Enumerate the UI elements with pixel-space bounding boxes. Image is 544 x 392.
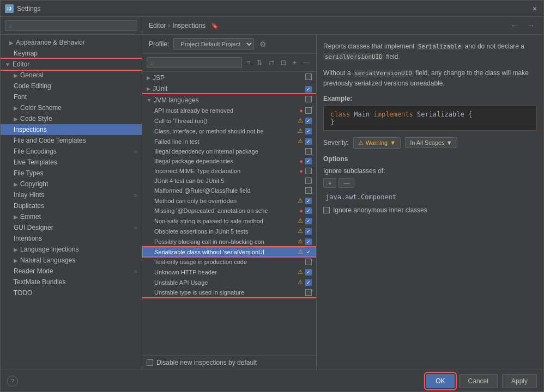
checkbox-icon[interactable] (305, 148, 312, 155)
inspection-panel: Profile: Project Default Project ⚙ ≡ ⇅ ⇄… (142, 35, 317, 370)
desc-code-field2: serialVersionUID (353, 70, 414, 77)
gear-button[interactable]: ⚙ (258, 39, 268, 50)
checkbox-icon[interactable]: ✓ (305, 118, 312, 124)
insp-item-nonsafestring[interactable]: Non-safe string is passed to safe method… (142, 216, 316, 226)
group-checkbox[interactable] (305, 96, 312, 104)
insp-group-header-jvmlanguages[interactable]: ▼ JVM languages (142, 94, 316, 106)
checkbox-icon[interactable]: ✓ (305, 128, 312, 134)
checkbox-icon[interactable]: ✓ (305, 218, 312, 224)
sidebar-item-livetemplates[interactable]: Live Templates (1, 157, 142, 168)
ignore-anon-checkbox[interactable] (323, 207, 330, 213)
nav-back-button[interactable]: ← (509, 20, 521, 31)
item-name: Illegal dependency on internal package (154, 148, 303, 155)
insp-item-missingdeprecated[interactable]: Missing '@Deprecated' annotation on sche… (142, 206, 316, 216)
insp-item-apimustberemoved[interactable]: API must already be removed ● (142, 106, 316, 115)
insp-item-malformedrule[interactable]: Malformed @Rule/@ClassRule field (142, 186, 316, 195)
sidebar-item-duplicates[interactable]: Duplicates (1, 200, 142, 211)
apply-button[interactable]: Apply (502, 374, 537, 388)
item-name: Malformed @Rule/@ClassRule field (154, 187, 303, 194)
options-title: Options (323, 155, 537, 163)
checkbox-icon[interactable]: ✓ (305, 158, 312, 164)
sidebar-item-intentions[interactable]: Intentions (1, 233, 142, 244)
insp-item-classshouldnotbe[interactable]: Class, interface, or method should not b… (142, 126, 316, 136)
insp-item-testonlyusage[interactable]: Test-only usage in production code (142, 257, 316, 267)
sidebar-item-keymap[interactable]: Keymap (1, 48, 142, 59)
sidebar-item-fileencodings[interactable]: File Encodings ≡ (1, 146, 142, 157)
insp-item-unknownhttp[interactable]: Unknown HTTP header ⚠ ✓ (142, 267, 316, 277)
checkbox-icon[interactable]: ✓ (305, 238, 312, 245)
sidebar-item-colorscheme[interactable]: ▶ Color Scheme (1, 102, 142, 113)
insp-item-illegaldependency[interactable]: Illegal dependency on internal package (142, 146, 316, 156)
sidebar-item-codeediting[interactable]: Code Editing (1, 81, 142, 91)
scope-select[interactable]: In All Scopes ▼ (405, 137, 457, 148)
warning-icon: ● (299, 107, 303, 114)
group-checkbox[interactable] (305, 74, 312, 82)
checkbox-icon[interactable] (305, 259, 312, 265)
item-name: Obsolete assertions in JUnit 5 tests (154, 228, 295, 235)
group-checkbox[interactable]: ✓ (305, 85, 312, 93)
checkbox-icon[interactable] (305, 289, 312, 296)
cancel-button[interactable]: Cancel (459, 374, 498, 388)
insp-item-methodcanonly[interactable]: Method can only be overridden ⚠ ✓ (142, 195, 316, 206)
insp-item-junit4to5[interactable]: JUnit 4 test can be JUnit 5 (142, 176, 316, 186)
filter-button[interactable]: ≡ (244, 58, 252, 68)
insp-item-calltothread[interactable]: Call to 'Thread.run()' ⚠ ✓ (142, 115, 316, 126)
insp-item-serializableclass[interactable]: Serializable class without 'serialVersio… (142, 247, 316, 257)
checkbox-icon[interactable] (305, 187, 312, 194)
sidebar-item-copyright[interactable]: ▶ Copyright (1, 179, 142, 189)
sidebar-item-langinjections[interactable]: ▶ Language Injections (1, 244, 142, 255)
insp-item-unstabletype[interactable]: Unstable type is used in signature (142, 287, 316, 297)
sidebar-item-readermode[interactable]: Reader Mode ≡ (1, 266, 142, 277)
add-button[interactable]: + (291, 58, 299, 68)
insp-item-obsolete[interactable]: Obsolete assertions in JUnit 5 tests ⚠ ✓ (142, 226, 316, 236)
insp-item-incorrectmime[interactable]: Incorrect MIME Type declaration ● (142, 166, 316, 176)
inspection-search-input[interactable] (147, 57, 242, 68)
insp-item-possiblyblocking[interactable]: Possibly blocking call in non-blocking c… (142, 236, 316, 247)
ok-button[interactable]: OK (426, 374, 454, 388)
sidebar-item-general[interactable]: ▶ General (1, 70, 142, 81)
insp-group-header-jsp[interactable]: ▶ JSP (142, 72, 316, 83)
sidebar-item-guidesigner[interactable]: GUI Designer ≡ (1, 222, 142, 233)
sidebar-item-emmet[interactable]: ▶ Emmet (1, 211, 142, 222)
insp-item-illegalpackage[interactable]: Illegal package dependencies ● ✓ (142, 156, 316, 166)
expand-button[interactable]: ⇅ (255, 58, 264, 68)
insp-item-failedline[interactable]: Failed line in test ⚠ ✓ (142, 136, 316, 146)
sidebar-item-filecodetemplates[interactable]: File and Code Templates (1, 135, 142, 146)
checkbox-icon[interactable] (305, 168, 312, 174)
checkbox-icon[interactable]: ✓ (305, 249, 312, 255)
checkbox-icon[interactable]: ✓ (305, 198, 312, 204)
insp-item-unstableapi[interactable]: Unstable API Usage ⚠ ✓ (142, 277, 316, 287)
insp-group-header-junit[interactable]: ▶ JUnit ✓ (142, 83, 316, 94)
checkbox-icon[interactable]: ✓ (305, 269, 312, 275)
sidebar-item-font[interactable]: Font (1, 91, 142, 102)
sidebar-item-editor[interactable]: ▼ Editor (1, 59, 142, 70)
sidebar-item-todo[interactable]: TODO (1, 287, 142, 298)
checkbox-icon[interactable]: ✓ (305, 228, 312, 235)
sidebar-item-naturallang[interactable]: ▶ Natural Languages (1, 255, 142, 266)
sidebar-item-inspections[interactable]: Inspections ≡ (1, 124, 142, 135)
close-button[interactable]: × (530, 4, 539, 13)
collapse-button[interactable]: ⇄ (267, 58, 276, 68)
add-subclass-button[interactable]: + (323, 178, 336, 188)
sidebar-search-input[interactable] (5, 20, 137, 31)
checkbox-icon[interactable]: ✓ (305, 138, 312, 145)
disable-checkbox[interactable] (147, 359, 153, 366)
sidebar-item-filetypes[interactable]: File Types (1, 168, 142, 179)
sidebar-item-label: Code Editing (14, 82, 51, 90)
checkbox-icon[interactable] (305, 177, 312, 184)
checkbox-icon[interactable] (305, 107, 312, 114)
checkbox-icon[interactable]: ✓ (305, 207, 312, 214)
sidebar-item-inlayhints[interactable]: Inlay Hints ≡ (1, 189, 142, 200)
nav-forward-button[interactable]: → (525, 20, 537, 31)
severity-select[interactable]: ⚠ Warning ▼ (353, 137, 401, 149)
layout-button[interactable]: ⊡ (279, 58, 288, 68)
sidebar-item-codestyle[interactable]: ▶ Code Style (1, 113, 142, 124)
arrow-icon: ▶ (14, 72, 18, 78)
profile-select[interactable]: Project Default Project (173, 38, 254, 50)
help-button[interactable]: ? (7, 376, 18, 387)
remove-button[interactable]: — (301, 58, 312, 68)
remove-subclass-button[interactable]: — (339, 178, 354, 188)
sidebar-item-appearance[interactable]: ▶ Appearance & Behavior (1, 37, 142, 48)
checkbox-icon[interactable]: ✓ (305, 279, 312, 286)
sidebar-item-textmatebundles[interactable]: TextMate Bundles (1, 277, 142, 287)
